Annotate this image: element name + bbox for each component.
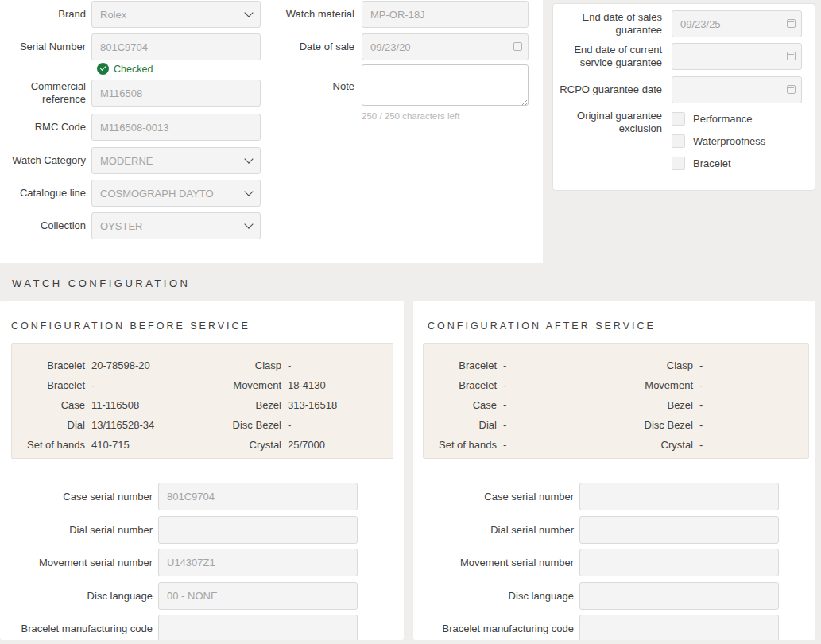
part-value: - [91, 379, 95, 391]
note-textarea[interactable] [362, 64, 529, 106]
movement-serial-input[interactable] [579, 549, 779, 576]
watch-category-select[interactable]: MODERNE [91, 147, 261, 174]
end-sales-guarantee-date-input[interactable] [672, 10, 802, 37]
summary-row: Movement- [614, 375, 808, 395]
movement-serial-input[interactable] [158, 549, 358, 576]
watch-material-input[interactable] [362, 1, 529, 28]
bracelet-manufacturing-code-label: Bracelet manufacturing code [0, 623, 158, 635]
after-service-panel-title: CONFIGURATION AFTER SERVICE [428, 320, 656, 332]
case-serial-field-row: Case serial number [413, 483, 779, 510]
catalogue-line-select-value: COSMOGRAPH DAYTO [100, 188, 214, 200]
case-serial-input[interactable] [158, 483, 358, 510]
note-field-row: Note [270, 64, 529, 109]
checkbox-performance-label: Performance [693, 113, 752, 125]
chevron-down-icon [244, 8, 253, 17]
watch-category-select-value: MODERNE [100, 155, 153, 167]
summary-row: Bracelet- [20, 375, 203, 395]
part-value: - [699, 439, 703, 451]
disc-language-input[interactable] [158, 582, 358, 610]
checkbox-bracelet-label: Bracelet [693, 157, 731, 169]
dial-serial-input[interactable] [579, 516, 779, 544]
bracelet-manufacturing-code-input[interactable] [158, 615, 358, 640]
part-label: Bezel [203, 399, 281, 411]
guarantee-exclusion-label: Original guarantee exclusion [553, 110, 666, 134]
chevron-down-icon [244, 219, 253, 228]
end-service-guarantee-date-input[interactable] [672, 43, 802, 70]
summary-row: Disc Bezel- [203, 415, 393, 435]
movement-serial-field-row: Movement serial number [0, 549, 358, 576]
rmc-code-input[interactable] [91, 114, 261, 141]
calendar-icon [513, 42, 522, 51]
checkbox-waterproofness[interactable] [672, 134, 685, 148]
case-serial-field-row: Case serial number [0, 483, 358, 510]
part-label: Clasp [614, 359, 693, 371]
guarantee-exclusion-options: Performance Waterproofness Bracelet [672, 112, 765, 170]
summary-row: Crystal- [614, 435, 808, 455]
summary-row: Case11-116508 [20, 395, 203, 415]
calendar-icon [787, 85, 796, 94]
summary-row: Case- [432, 395, 614, 415]
end-sales-guarantee-label: End date of sales guarantee [553, 11, 666, 36]
part-label: Crystal [203, 439, 281, 451]
part-label: Bezel [614, 399, 693, 411]
watch-details-card: Brand Rolex Serial Number Checked Commer… [0, 0, 543, 263]
guarantee-exclusion-field-row: Original guarantee exclusion Performance… [553, 110, 765, 170]
part-label: Case [20, 399, 85, 411]
part-value: - [288, 359, 291, 371]
case-serial-label: Case serial number [0, 491, 158, 503]
case-serial-input[interactable] [579, 483, 779, 510]
brand-select[interactable]: Rolex [91, 1, 261, 28]
watch-category-field-row: Watch Category MODERNE [0, 147, 261, 174]
bracelet-manufacturing-code-field-row: Bracelet manufacturing code [0, 615, 358, 640]
bracelet-manufacturing-code-input[interactable] [579, 615, 779, 640]
part-label: Movement [614, 379, 693, 391]
movement-serial-label: Movement serial number [0, 557, 158, 569]
part-label: Disc Bezel [614, 419, 693, 431]
rcpo-guarantee-date-input[interactable] [672, 76, 802, 103]
part-label: Bracelet [432, 379, 497, 391]
date-of-sale-label: Date of sale [270, 41, 362, 53]
catalogue-line-select[interactable]: COSMOGRAPH DAYTO [91, 180, 261, 207]
summary-row: Disc Bezel- [614, 415, 808, 435]
part-label: Bracelet [20, 379, 85, 391]
collection-select[interactable]: OYSTER [91, 212, 261, 239]
disc-language-label: Disc language [0, 590, 158, 603]
note-label: Note [270, 80, 362, 93]
summary-column: Clasp- Movement- Bezel- Disc Bezel- Crys… [614, 355, 808, 458]
part-value: - [503, 379, 506, 391]
calendar-icon [787, 19, 796, 28]
watch-configuration-section-title: WATCH CONFIGURATION [12, 277, 190, 289]
checkbox-performance[interactable] [672, 112, 685, 126]
commercial-reference-label: Commercial reference [0, 80, 91, 105]
end-service-guarantee-field-row: End date of current service guarantee [553, 43, 802, 70]
summary-row: Clasp- [203, 355, 393, 375]
watch-category-label: Watch Category [0, 154, 91, 167]
part-value: - [503, 359, 506, 371]
exclusion-option-performance: Performance [672, 112, 765, 126]
part-label: Crystal [614, 439, 693, 451]
dial-serial-input[interactable] [158, 516, 358, 544]
exclusion-option-waterproofness: Waterproofness [672, 134, 765, 148]
rmc-code-field-row: RMC Code [0, 114, 261, 141]
commercial-reference-input[interactable] [91, 80, 261, 107]
summary-row: Movement18-4130 [203, 375, 393, 395]
date-of-sale-input[interactable] [362, 33, 529, 60]
guarantee-card: End date of sales guarantee End date of … [552, 3, 815, 191]
serial-number-input[interactable] [91, 33, 261, 60]
case-serial-label: Case serial number [413, 491, 579, 503]
watch-material-field-row: Watch material [270, 1, 529, 28]
configuration-before-service-panel: CONFIGURATION BEFORE SERVICE Bracelet20-… [0, 301, 404, 640]
brand-label: Brand [0, 8, 91, 21]
part-label: Dial [20, 419, 85, 431]
checkbox-bracelet[interactable] [672, 157, 685, 170]
movement-serial-field-row: Movement serial number [413, 549, 779, 576]
rmc-code-label: RMC Code [0, 121, 91, 134]
part-value: 11-116508 [91, 399, 139, 411]
part-label: Case [432, 399, 497, 411]
part-label: Clasp [203, 359, 281, 371]
serial-number-field-row: Serial Number [0, 33, 261, 60]
collection-field-row: Collection OYSTER [0, 212, 261, 239]
disc-language-input[interactable] [579, 582, 779, 610]
dial-serial-label: Dial serial number [0, 524, 158, 537]
exclusion-option-bracelet: Bracelet [672, 157, 765, 170]
